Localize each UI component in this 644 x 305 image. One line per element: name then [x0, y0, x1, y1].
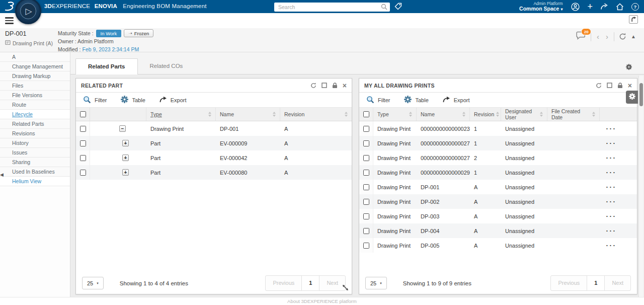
- scrollbar-thumb[interactable]: [639, 83, 643, 106]
- column-header-file-created-date[interactable]: File Created Date: [547, 108, 600, 121]
- sidebar-item-sharing[interactable]: Sharing: [0, 158, 70, 167]
- pagination-next-button[interactable]: Next: [319, 276, 345, 290]
- help-icon[interactable]: ?: [631, 3, 639, 11]
- table-row[interactable]: Drawing PrintDP-001AUnassigned• • •: [359, 180, 637, 194]
- table-tool[interactable]: Table: [121, 96, 145, 104]
- search-input[interactable]: [274, 3, 390, 12]
- page-size-select[interactable]: 25 ▾: [365, 277, 387, 289]
- promote-frozen-button[interactable]: ➝ Frozen: [124, 29, 153, 37]
- corner-arrow-button[interactable]: [629, 15, 638, 24]
- column-header-designated-user[interactable]: Designated User: [501, 108, 547, 121]
- row-checkbox[interactable]: [363, 155, 369, 161]
- pagination-previous-button[interactable]: Previous: [551, 276, 587, 290]
- table-row[interactable]: Drawing PrintDP-002AUnassigned• • •: [359, 194, 637, 209]
- collapse-icon[interactable]: −: [119, 125, 126, 132]
- row-checkbox[interactable]: [363, 111, 369, 117]
- column-header-name[interactable]: Name: [216, 108, 280, 121]
- sidebar-item-revisions[interactable]: Revisions: [0, 129, 70, 138]
- maximize-icon[interactable]: [607, 83, 612, 88]
- row-actions-menu-icon[interactable]: • • •: [606, 141, 615, 145]
- export-tool[interactable]: Export: [443, 96, 470, 104]
- row-checkbox[interactable]: [80, 155, 86, 161]
- pagination-page-1-button[interactable]: 1: [301, 276, 319, 290]
- row-checkbox[interactable]: [363, 184, 369, 190]
- sidebar-item-drawing-markup[interactable]: Drawing Markup: [0, 71, 70, 81]
- sidebar-item-used-in-baselines[interactable]: Used In Baselines: [0, 167, 70, 177]
- row-checkbox[interactable]: [363, 170, 369, 176]
- sidebar-item-change-management[interactable]: Change Management: [0, 62, 70, 71]
- table-row[interactable]: Drawing PrintDP-003AUnassigned• • •: [359, 209, 637, 223]
- column-header-revision[interactable]: Revision: [280, 108, 352, 121]
- menu-hamburger-icon[interactable]: [5, 17, 14, 26]
- user-profile-icon[interactable]: [571, 3, 580, 11]
- column-header-type[interactable]: Type: [146, 108, 216, 121]
- expand-icon[interactable]: +: [122, 155, 129, 161]
- sync-icon[interactable]: [310, 83, 316, 89]
- collapse-header-icon[interactable]: ▲: [631, 34, 636, 39]
- row-checkbox[interactable]: [363, 243, 369, 249]
- row-checkbox[interactable]: [363, 213, 369, 219]
- search-icon[interactable]: [381, 3, 387, 12]
- maturity-state-badge[interactable]: In Work: [96, 30, 122, 37]
- row-actions-menu-icon[interactable]: • • •: [606, 170, 615, 175]
- add-content-icon[interactable]: +: [587, 2, 593, 12]
- sidebar-collapse-icon[interactable]: ◀: [0, 172, 4, 177]
- tag-icon[interactable]: [394, 3, 402, 10]
- row-checkbox[interactable]: [80, 140, 86, 146]
- tab-settings-gear-icon[interactable]: [626, 63, 632, 72]
- sidebar-item-issues[interactable]: Issues: [0, 148, 70, 158]
- column-header-type[interactable]: Type: [373, 108, 417, 121]
- page-size-select[interactable]: 25 ▾: [82, 277, 104, 289]
- table-row[interactable]: Drawing PrintDP-004AUnassigned• • •: [359, 223, 637, 238]
- collaboration-chat-icon[interactable]: 20: [576, 31, 586, 42]
- table-row[interactable]: Drawing Print00000000000000272Unassigned…: [359, 150, 637, 165]
- table-row[interactable]: Drawing PrintDP-005AUnassigned• • •: [359, 238, 637, 253]
- panel-settings-tab[interactable]: [626, 91, 638, 104]
- row-checkbox[interactable]: [80, 111, 86, 117]
- about-platform-link[interactable]: About 3DEXPERIENCE platform: [287, 298, 357, 304]
- table-row[interactable]: Drawing Print00000000000000271Unassigned…: [359, 136, 637, 150]
- sidebar-item-helium-view[interactable]: Helium View: [0, 177, 70, 186]
- next-object-button[interactable]: ›: [605, 33, 609, 40]
- modified-date-link[interactable]: Feb 9, 2023 2:34:14 PM: [83, 46, 139, 52]
- row-actions-menu-icon[interactable]: • • •: [606, 243, 615, 248]
- user-context-switcher[interactable]: Admin Platform Common Space▾: [519, 2, 562, 12]
- sync-icon[interactable]: [596, 83, 602, 89]
- maximize-icon[interactable]: [321, 83, 327, 88]
- sidebar-item-history[interactable]: History: [0, 138, 70, 148]
- row-actions-menu-icon[interactable]: • • •: [606, 199, 615, 204]
- row-checkbox[interactable]: [80, 126, 86, 132]
- expand-icon[interactable]: +: [122, 169, 129, 176]
- refresh-icon[interactable]: [619, 33, 626, 40]
- export-tool[interactable]: Export: [159, 96, 187, 104]
- row-actions-menu-icon[interactable]: • • •: [606, 185, 615, 189]
- column-header-revision[interactable]: Revision: [470, 108, 501, 121]
- table-row[interactable]: +PartEV-000080A: [76, 165, 352, 180]
- filter-tool[interactable]: Filter: [366, 96, 390, 105]
- row-actions-menu-icon[interactable]: • • •: [606, 126, 615, 131]
- pagination-previous-button[interactable]: Previous: [266, 276, 301, 290]
- sidebar-item-file-versions[interactable]: File Versions: [0, 91, 70, 100]
- table-row[interactable]: −Drawing PrintDP-001A: [76, 121, 352, 136]
- row-checkbox[interactable]: [80, 170, 86, 176]
- row-actions-menu-icon[interactable]: • • •: [606, 156, 615, 160]
- expand-icon[interactable]: +: [122, 140, 129, 146]
- row-checkbox[interactable]: [363, 228, 369, 234]
- row-actions-menu-icon[interactable]: • • •: [606, 214, 615, 218]
- lock-icon[interactable]: [617, 83, 623, 89]
- pagination-next-button[interactable]: Next: [605, 276, 630, 290]
- panel-resize-handle[interactable]: [342, 284, 349, 293]
- row-actions-menu-icon[interactable]: • • •: [606, 228, 615, 233]
- share-icon[interactable]: [600, 3, 608, 10]
- row-checkbox[interactable]: [363, 140, 369, 146]
- column-header-name[interactable]: Name: [417, 108, 470, 121]
- row-checkbox[interactable]: [363, 199, 369, 205]
- close-icon[interactable]: ×: [628, 82, 632, 89]
- sidebar-item-route[interactable]: Route: [0, 100, 70, 110]
- close-icon[interactable]: ×: [343, 82, 347, 89]
- sidebar-item-a[interactable]: A: [0, 52, 70, 62]
- table-row[interactable]: Drawing Print00000000000000231Unassigned…: [359, 121, 637, 136]
- table-row[interactable]: +PartEV-000042A: [76, 150, 352, 165]
- tab-related-parts[interactable]: Related Parts: [75, 58, 138, 74]
- vertical-scrollbar[interactable]: [638, 75, 643, 297]
